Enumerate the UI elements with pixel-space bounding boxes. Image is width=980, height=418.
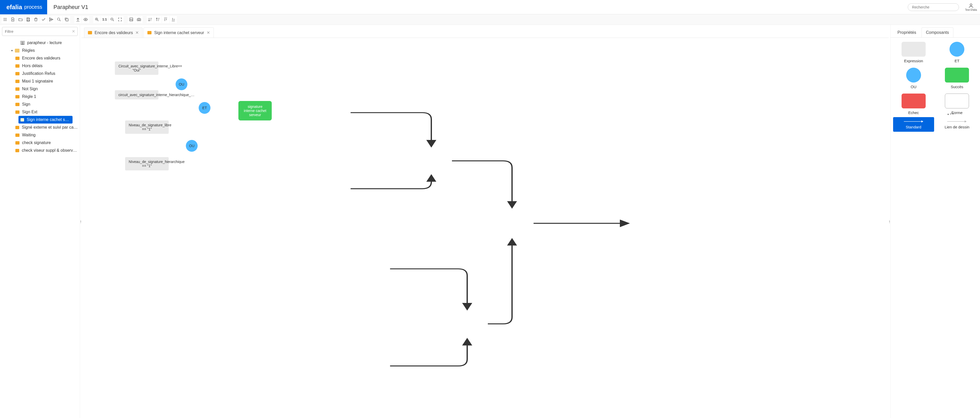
tab-components[interactable]: Composants <box>921 27 953 37</box>
eye-icon[interactable] <box>82 16 89 23</box>
or-gate-2[interactable]: OU <box>186 140 198 152</box>
upload-icon[interactable] <box>74 16 81 23</box>
expression-node-4[interactable]: NIveau_de_signature_hierarchique == "1" <box>125 157 169 170</box>
new-file-icon[interactable] <box>9 16 16 23</box>
folder-icon <box>15 95 19 99</box>
diagram-canvas[interactable]: Circuit_avec_signature_interne_Libre== "… <box>81 38 889 418</box>
folder-icon <box>15 80 19 83</box>
zoom-reset[interactable]: 1:1 <box>101 16 108 23</box>
tree-item-label: Sign interne cachet serveur <box>27 118 70 122</box>
and-gate[interactable]: ET <box>199 102 210 114</box>
tree-item[interactable]: Encore des valideurs <box>0 54 80 62</box>
menu-icon[interactable] <box>2 16 9 23</box>
failure-shape-icon <box>902 94 926 108</box>
toolbar: 1:1 <box>0 14 980 25</box>
tree-item-label: Règle 1 <box>22 94 36 99</box>
copy-icon[interactable] <box>63 16 70 23</box>
open-folder-icon[interactable] <box>17 16 24 23</box>
success-node[interactable]: signature interne cachet serveur <box>239 101 272 121</box>
tree-item[interactable]: ▾Règles <box>0 47 80 54</box>
logo-sub: process <box>24 4 42 10</box>
tree-item-label: Justification Refus <box>22 71 56 76</box>
clear-filter-icon[interactable]: ✕ <box>72 29 75 34</box>
palette-ou[interactable]: OU <box>893 68 934 89</box>
tree-item-label: Règles <box>22 48 35 53</box>
editor-tab[interactable]: Sign interne cachet serveur✕ <box>143 27 214 38</box>
expression-node-2[interactable]: circuit_avec_signature_interne_hierarchi… <box>115 90 158 99</box>
tree-item[interactable]: Hors délais <box>0 62 80 70</box>
navigation-tree[interactable]: parapheur - lecture▾RèglesEncore des val… <box>0 38 80 418</box>
folder-icon <box>15 110 19 114</box>
svg-point-0 <box>970 4 972 6</box>
tree-item[interactable]: check signature <box>0 139 80 146</box>
editor-tab[interactable]: Encore des valideurs✕ <box>84 27 143 38</box>
palette-echec[interactable]: Echec <box>893 94 934 115</box>
palette-et[interactable]: ET <box>937 42 978 63</box>
logo: efalia process <box>0 0 47 14</box>
close-icon[interactable]: ✕ <box>207 30 210 35</box>
tree-filter-input[interactable] <box>2 27 78 36</box>
user-icon <box>968 3 974 8</box>
page-title: Parapheur V1 <box>53 4 907 11</box>
close-icon[interactable]: ✕ <box>135 30 139 35</box>
tab-properties[interactable]: Propriétés <box>893 27 921 37</box>
component-palette: Expression ET OU Succès Echec <box>891 38 980 418</box>
tree-item[interactable]: Signé externe et suivi par cachet <box>0 124 80 131</box>
tree-item[interactable]: Sign <box>0 100 80 108</box>
tree-item[interactable]: Sign Ext <box>0 108 80 116</box>
fullscreen-icon[interactable] <box>116 16 124 23</box>
logo-main: efalia <box>6 3 22 11</box>
zoom-out-icon[interactable] <box>109 16 116 23</box>
right-panel: Propriétés Composants Expression ET OU <box>890 25 980 418</box>
folder-icon <box>15 103 19 106</box>
tree-item-label: Encore des valideurs <box>22 56 60 60</box>
app-header: efalia process Parapheur V1 Test Efalia <box>0 0 980 14</box>
folder-icon <box>15 57 19 60</box>
tree-item[interactable]: Justification Refus <box>0 70 80 77</box>
main-area: ✕ parapheur - lecture▾RèglesEncore des v… <box>0 25 980 418</box>
palette-forme[interactable]: Forme <box>937 94 978 115</box>
tree-item[interactable]: Sign interne cachet serveur <box>19 116 73 124</box>
expression-node-1[interactable]: Circuit_avec_signature_interne_Libre== "… <box>115 62 158 75</box>
save-icon[interactable] <box>25 16 32 23</box>
tree-item[interactable]: Waiting <box>0 131 80 139</box>
align-bottom-icon[interactable] <box>170 16 177 23</box>
folder-icon <box>15 149 19 152</box>
folder-icon <box>15 49 19 52</box>
export-image-icon[interactable] <box>128 16 135 23</box>
expression-node-3[interactable]: Niveau_de_signature_libre == "1" <box>125 121 169 134</box>
form-icon <box>21 41 25 45</box>
tree-item[interactable]: check viseur suppl & observation <box>0 146 80 154</box>
camera-icon[interactable] <box>135 16 143 23</box>
folder-icon <box>15 64 19 68</box>
chevron-down-icon: ▾ <box>10 49 14 52</box>
tree-item-label: check signature <box>22 140 51 145</box>
align-top-icon[interactable] <box>162 16 169 23</box>
tree-item[interactable]: parapheur - lecture <box>0 39 80 47</box>
tree-item-label: Signé externe et suivi par cachet <box>22 125 78 130</box>
tree-item-label: Maxi 1 signataire <box>22 79 53 84</box>
folder-icon <box>21 118 24 121</box>
folder-icon <box>15 126 19 129</box>
deploy-icon[interactable] <box>48 16 55 23</box>
connector-drawing-link[interactable]: Lien de dessin <box>937 117 978 132</box>
zoom-in-icon[interactable] <box>93 16 100 23</box>
delete-icon[interactable] <box>32 16 40 23</box>
sort-up-icon[interactable] <box>154 16 162 23</box>
expression-shape-icon <box>902 42 926 57</box>
sort-down-icon[interactable] <box>146 16 154 23</box>
search-icon[interactable] <box>56 16 62 23</box>
sidebar: ✕ parapheur - lecture▾RèglesEncore des v… <box>0 25 80 418</box>
tree-item[interactable]: Règle 1 <box>0 93 80 100</box>
tree-item[interactable]: Not Sign <box>0 85 80 93</box>
palette-succes[interactable]: Succès <box>937 68 978 89</box>
or-gate-1[interactable]: OU <box>176 78 188 90</box>
user-menu[interactable]: Test Efalia <box>965 3 977 11</box>
tree-item-label: Hors délais <box>22 64 43 68</box>
tree-item[interactable]: Maxi 1 signataire <box>0 77 80 85</box>
palette-expression[interactable]: Expression <box>893 42 934 63</box>
connector-standard[interactable]: Standard <box>893 117 934 132</box>
tree-item-label: check viseur suppl & observation <box>22 148 78 153</box>
search-input[interactable] <box>908 3 959 11</box>
validate-icon[interactable] <box>40 16 47 23</box>
